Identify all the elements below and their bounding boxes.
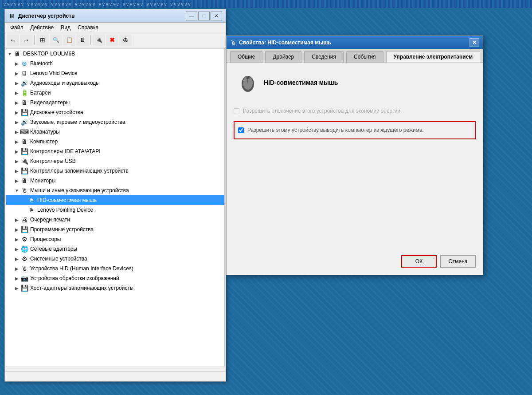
lenovo-pointing-expander — [20, 205, 27, 215]
properties-button[interactable]: ⊞ — [36, 34, 49, 46]
search-button[interactable]: 🔍 — [50, 34, 62, 46]
tree-item-host-adapters[interactable]: ▶ 💾 Хост-адаптеры запоминающих устройств — [6, 283, 224, 293]
menu-action[interactable]: Действие — [27, 24, 58, 32]
remove-button[interactable]: ✖ — [106, 34, 118, 46]
device-button[interactable]: 🔌 — [93, 34, 105, 46]
storage-expander[interactable]: ▶ — [13, 166, 20, 176]
tree-item-hid-mouse[interactable]: 🖱 HID-совместимая мышь — [6, 195, 224, 205]
system-devices-expander[interactable]: ▶ — [13, 254, 20, 264]
monitor-button[interactable]: 🖥 — [76, 34, 89, 46]
tree-item-monitors[interactable]: ▶ 🖥 Мониторы — [6, 176, 224, 186]
svg-point-3 — [246, 76, 250, 79]
back-button[interactable]: ← — [7, 34, 19, 46]
imaging-expander[interactable]: ▶ — [13, 273, 20, 283]
root-expander[interactable]: ▼ — [6, 49, 13, 59]
tree-item-usb[interactable]: ▶ 🔌 Контроллеры USB — [6, 156, 224, 166]
monitors-expander[interactable]: ▶ — [13, 176, 20, 186]
dialog-title-text: Свойства: HID-совместимая мышь — [239, 40, 469, 46]
tree-item-audio[interactable]: ▶ 🔊 Аудиовходы и аудиовыходы — [6, 78, 224, 88]
tree-item-lenovo-pointing[interactable]: 🖱 Lenovo Pointing Device — [6, 205, 224, 215]
ide-icon: 💾 — [20, 147, 28, 155]
disk-expander[interactable]: ▶ — [13, 107, 20, 117]
root-label: DESKTOP-LOULM6B — [23, 51, 75, 57]
ide-expander[interactable]: ▶ — [13, 146, 20, 156]
tab-power[interactable]: Управление электропитанием — [386, 51, 480, 63]
usb-label: Контроллеры USB — [30, 158, 76, 164]
network-icon: 🌐 — [20, 245, 28, 253]
wakeup-checkbox[interactable] — [238, 127, 244, 133]
storage-label: Контроллеры запоминающих устройств — [30, 168, 129, 174]
lenovo-pointing-icon: 🖱 — [27, 206, 35, 214]
device-icon-large — [237, 72, 258, 93]
power-save-checkbox[interactable] — [234, 108, 239, 114]
video-expander[interactable]: ▶ — [13, 98, 20, 107]
tree-item-batteries[interactable]: ▶ 🔋 Батареи — [6, 88, 224, 98]
software-icon: 💾 — [20, 225, 28, 233]
tree-item-network[interactable]: ▶ 🌐 Сетевые адаптеры — [6, 244, 224, 254]
mice-expander[interactable]: ▼ — [13, 186, 20, 195]
title-bar-buttons: — □ ✕ — [186, 12, 222, 20]
usb-expander[interactable]: ▶ — [13, 156, 20, 166]
dialog-title-icon: 🖱 — [230, 39, 236, 46]
computer-label: Компьютер — [30, 138, 58, 145]
bluetooth-icon: ⊛ — [20, 59, 28, 67]
tree-item-lenovo-vhid[interactable]: ▶ 🖥 Lenovo Vhid Device — [6, 68, 224, 78]
tree-item-mice[interactable]: ▼ 🖱 Мыши и иные указывающие устройства — [6, 186, 224, 195]
host-adapters-expander[interactable]: ▶ — [13, 283, 20, 293]
batteries-expander[interactable]: ▶ — [13, 88, 20, 98]
status-bar — [5, 371, 226, 381]
tree-item-imaging[interactable]: ▶ 📷 Устройства обработки изображений — [6, 273, 224, 283]
menu-file[interactable]: Файл — [7, 24, 27, 32]
mice-icon: 🖱 — [20, 186, 28, 194]
forward-button[interactable]: → — [20, 34, 32, 46]
scan-button[interactable]: ⊕ — [119, 34, 132, 46]
processors-expander[interactable]: ▶ — [13, 234, 20, 244]
audio-expander[interactable]: ▶ — [13, 78, 20, 88]
tab-events[interactable]: События — [346, 51, 383, 63]
bluetooth-label: Bluetooth — [30, 60, 53, 67]
tab-details[interactable]: Сведения — [304, 51, 344, 63]
menu-view[interactable]: Вид — [57, 24, 74, 32]
tree-item-processors[interactable]: ▶ ⚙ Процессоры — [6, 234, 224, 244]
tree-item-video[interactable]: ▶ 🖥 Видеоадаптеры — [6, 98, 224, 107]
dialog-close-button[interactable]: ✕ — [469, 38, 479, 47]
software-expander[interactable]: ▶ — [13, 225, 20, 234]
disk-icon: 💾 — [20, 108, 28, 116]
tree-item-system-devices[interactable]: ▶ ⚙ Системные устройства — [6, 254, 224, 264]
menu-help[interactable]: Справка — [74, 24, 102, 32]
cancel-button[interactable]: Отмена — [440, 255, 476, 268]
tree-item-bluetooth[interactable]: ▶ ⊛ Bluetooth — [6, 59, 224, 68]
toolbar-separator-1 — [34, 35, 35, 45]
tab-general[interactable]: Общие — [230, 51, 262, 63]
network-expander[interactable]: ▶ — [13, 244, 20, 254]
tree-item-disk[interactable]: ▶ 💾 Дисковые устройства — [6, 107, 224, 117]
hid-devices-expander[interactable]: ▶ — [13, 264, 20, 273]
ok-button[interactable]: ОК — [401, 255, 437, 268]
printers-icon: 🖨 — [20, 216, 28, 224]
tree-root[interactable]: ▼ 🖥 DESKTOP-LOULM6B — [6, 49, 224, 59]
tab-driver[interactable]: Драйвер — [265, 51, 301, 63]
tree-item-software[interactable]: ▶ 💾 Программные устройства — [6, 225, 224, 234]
wakeup-checkbox-row: Разрешить этому устройству выводить комп… — [238, 125, 471, 136]
minimize-button[interactable]: — — [186, 12, 197, 20]
printers-expander[interactable]: ▶ — [13, 215, 20, 225]
root-icon: 🖥 — [13, 50, 21, 58]
tree-item-computer[interactable]: ▶ 🖥 Компьютер — [6, 137, 224, 146]
system-devices-label: Системные устройства — [30, 256, 87, 262]
tree-item-ide[interactable]: ▶ 💾 Контроллеры IDE ATA/ATAPI — [6, 146, 224, 156]
sound-expander[interactable]: ▶ — [13, 117, 20, 127]
tree-item-sound[interactable]: ▶ 🔊 Звуковые, игровые и видеоустройства — [6, 117, 224, 127]
lenovo-vhid-expander[interactable]: ▶ — [13, 68, 20, 78]
tree-item-hid-devices[interactable]: ▶ 🖱 Устройства HID (Human Interface Devi… — [6, 264, 224, 273]
device-tree[interactable]: ▼ 🖥 DESKTOP-LOULM6B ▶ ⊛ Bluetooth ▶ 🖥 Le… — [6, 48, 225, 367]
keyboards-expander[interactable]: ▶ — [13, 127, 20, 137]
computer-button[interactable]: 📋 — [63, 34, 75, 46]
wakeup-highlighted-box: Разрешить этому устройству выводить комп… — [234, 121, 476, 139]
tree-item-storage[interactable]: ▶ 💾 Контроллеры запоминающих устройств — [6, 166, 224, 176]
maximize-button[interactable]: □ — [198, 12, 210, 20]
close-button[interactable]: ✕ — [211, 12, 222, 20]
computer-expander[interactable]: ▶ — [13, 137, 20, 146]
tree-item-keyboards[interactable]: ▶ ⌨ Клавиатуры — [6, 127, 224, 137]
bluetooth-expander[interactable]: ▶ — [13, 59, 20, 68]
tree-item-printers[interactable]: ▶ 🖨 Очереди печати — [6, 215, 224, 225]
